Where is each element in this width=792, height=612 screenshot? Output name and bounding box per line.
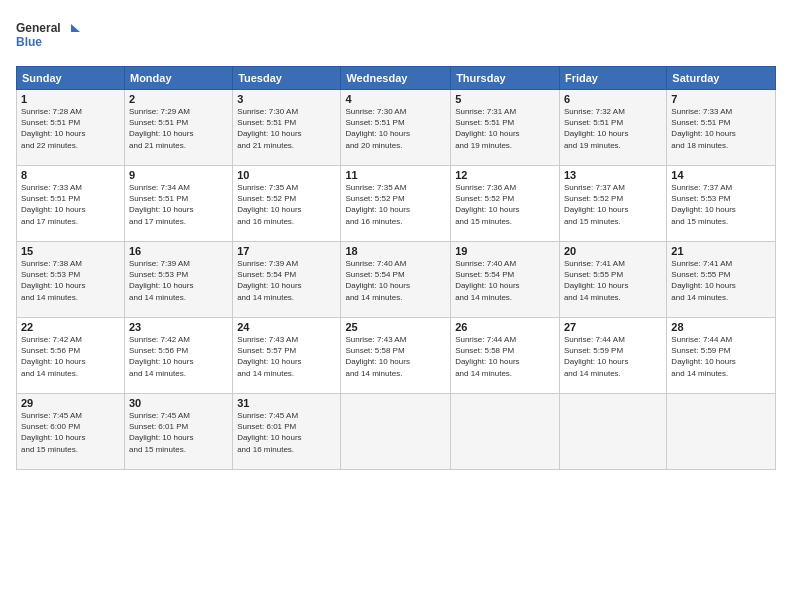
calendar-cell: [341, 394, 451, 470]
day-number: 13: [564, 169, 662, 181]
day-number: 8: [21, 169, 120, 181]
calendar-cell: 20Sunrise: 7:41 AM Sunset: 5:55 PM Dayli…: [559, 242, 666, 318]
day-number: 2: [129, 93, 228, 105]
day-number: 14: [671, 169, 771, 181]
calendar-cell: 18Sunrise: 7:40 AM Sunset: 5:54 PM Dayli…: [341, 242, 451, 318]
day-number: 9: [129, 169, 228, 181]
calendar-cell: 27Sunrise: 7:44 AM Sunset: 5:59 PM Dayli…: [559, 318, 666, 394]
calendar-cell: 30Sunrise: 7:45 AM Sunset: 6:01 PM Dayli…: [124, 394, 232, 470]
day-info: Sunrise: 7:45 AM Sunset: 6:01 PM Dayligh…: [129, 410, 228, 455]
day-info: Sunrise: 7:44 AM Sunset: 5:59 PM Dayligh…: [671, 334, 771, 379]
day-number: 4: [345, 93, 446, 105]
day-number: 1: [21, 93, 120, 105]
calendar-cell: 5Sunrise: 7:31 AM Sunset: 5:51 PM Daylig…: [451, 90, 560, 166]
day-number: 10: [237, 169, 336, 181]
svg-text:Blue: Blue: [16, 35, 42, 49]
calendar-cell: 7Sunrise: 7:33 AM Sunset: 5:51 PM Daylig…: [667, 90, 776, 166]
column-header-saturday: Saturday: [667, 67, 776, 90]
day-number: 30: [129, 397, 228, 409]
day-number: 6: [564, 93, 662, 105]
day-number: 7: [671, 93, 771, 105]
day-number: 24: [237, 321, 336, 333]
day-info: Sunrise: 7:28 AM Sunset: 5:51 PM Dayligh…: [21, 106, 120, 151]
day-number: 16: [129, 245, 228, 257]
logo-icon: General Blue: [16, 16, 86, 56]
day-info: Sunrise: 7:35 AM Sunset: 5:52 PM Dayligh…: [237, 182, 336, 227]
calendar-cell: 25Sunrise: 7:43 AM Sunset: 5:58 PM Dayli…: [341, 318, 451, 394]
day-info: Sunrise: 7:38 AM Sunset: 5:53 PM Dayligh…: [21, 258, 120, 303]
day-info: Sunrise: 7:37 AM Sunset: 5:53 PM Dayligh…: [671, 182, 771, 227]
day-info: Sunrise: 7:40 AM Sunset: 5:54 PM Dayligh…: [455, 258, 555, 303]
day-number: 15: [21, 245, 120, 257]
day-number: 17: [237, 245, 336, 257]
calendar-cell: 29Sunrise: 7:45 AM Sunset: 6:00 PM Dayli…: [17, 394, 125, 470]
logo: General Blue: [16, 16, 86, 56]
calendar-cell: 31Sunrise: 7:45 AM Sunset: 6:01 PM Dayli…: [233, 394, 341, 470]
day-info: Sunrise: 7:32 AM Sunset: 5:51 PM Dayligh…: [564, 106, 662, 151]
calendar-table: SundayMondayTuesdayWednesdayThursdayFrid…: [16, 66, 776, 470]
day-number: 25: [345, 321, 446, 333]
day-info: Sunrise: 7:40 AM Sunset: 5:54 PM Dayligh…: [345, 258, 446, 303]
column-header-monday: Monday: [124, 67, 232, 90]
day-info: Sunrise: 7:41 AM Sunset: 5:55 PM Dayligh…: [671, 258, 771, 303]
calendar-cell: 12Sunrise: 7:36 AM Sunset: 5:52 PM Dayli…: [451, 166, 560, 242]
day-number: 20: [564, 245, 662, 257]
column-header-friday: Friday: [559, 67, 666, 90]
day-number: 29: [21, 397, 120, 409]
day-number: 23: [129, 321, 228, 333]
day-number: 21: [671, 245, 771, 257]
day-number: 28: [671, 321, 771, 333]
calendar-cell: [451, 394, 560, 470]
calendar-cell: 3Sunrise: 7:30 AM Sunset: 5:51 PM Daylig…: [233, 90, 341, 166]
calendar-page: General Blue SundayMondayTuesdayWednesda…: [0, 0, 792, 612]
svg-marker-2: [71, 24, 80, 32]
calendar-cell: 9Sunrise: 7:34 AM Sunset: 5:51 PM Daylig…: [124, 166, 232, 242]
day-info: Sunrise: 7:33 AM Sunset: 5:51 PM Dayligh…: [671, 106, 771, 151]
day-info: Sunrise: 7:42 AM Sunset: 5:56 PM Dayligh…: [21, 334, 120, 379]
day-number: 11: [345, 169, 446, 181]
day-info: Sunrise: 7:39 AM Sunset: 5:53 PM Dayligh…: [129, 258, 228, 303]
day-info: Sunrise: 7:39 AM Sunset: 5:54 PM Dayligh…: [237, 258, 336, 303]
column-header-wednesday: Wednesday: [341, 67, 451, 90]
day-info: Sunrise: 7:43 AM Sunset: 5:58 PM Dayligh…: [345, 334, 446, 379]
calendar-cell: 23Sunrise: 7:42 AM Sunset: 5:56 PM Dayli…: [124, 318, 232, 394]
calendar-cell: 24Sunrise: 7:43 AM Sunset: 5:57 PM Dayli…: [233, 318, 341, 394]
day-info: Sunrise: 7:44 AM Sunset: 5:58 PM Dayligh…: [455, 334, 555, 379]
day-info: Sunrise: 7:30 AM Sunset: 5:51 PM Dayligh…: [237, 106, 336, 151]
day-info: Sunrise: 7:45 AM Sunset: 6:01 PM Dayligh…: [237, 410, 336, 455]
calendar-cell: 26Sunrise: 7:44 AM Sunset: 5:58 PM Dayli…: [451, 318, 560, 394]
day-info: Sunrise: 7:42 AM Sunset: 5:56 PM Dayligh…: [129, 334, 228, 379]
day-info: Sunrise: 7:36 AM Sunset: 5:52 PM Dayligh…: [455, 182, 555, 227]
calendar-cell: 2Sunrise: 7:29 AM Sunset: 5:51 PM Daylig…: [124, 90, 232, 166]
day-number: 26: [455, 321, 555, 333]
day-number: 3: [237, 93, 336, 105]
calendar-cell: 17Sunrise: 7:39 AM Sunset: 5:54 PM Dayli…: [233, 242, 341, 318]
calendar-cell: 4Sunrise: 7:30 AM Sunset: 5:51 PM Daylig…: [341, 90, 451, 166]
day-info: Sunrise: 7:37 AM Sunset: 5:52 PM Dayligh…: [564, 182, 662, 227]
day-info: Sunrise: 7:34 AM Sunset: 5:51 PM Dayligh…: [129, 182, 228, 227]
day-number: 5: [455, 93, 555, 105]
day-info: Sunrise: 7:31 AM Sunset: 5:51 PM Dayligh…: [455, 106, 555, 151]
day-info: Sunrise: 7:45 AM Sunset: 6:00 PM Dayligh…: [21, 410, 120, 455]
calendar-cell: 8Sunrise: 7:33 AM Sunset: 5:51 PM Daylig…: [17, 166, 125, 242]
calendar-cell: [559, 394, 666, 470]
day-number: 22: [21, 321, 120, 333]
day-info: Sunrise: 7:41 AM Sunset: 5:55 PM Dayligh…: [564, 258, 662, 303]
day-info: Sunrise: 7:29 AM Sunset: 5:51 PM Dayligh…: [129, 106, 228, 151]
day-info: Sunrise: 7:43 AM Sunset: 5:57 PM Dayligh…: [237, 334, 336, 379]
day-info: Sunrise: 7:33 AM Sunset: 5:51 PM Dayligh…: [21, 182, 120, 227]
calendar-cell: 1Sunrise: 7:28 AM Sunset: 5:51 PM Daylig…: [17, 90, 125, 166]
day-info: Sunrise: 7:44 AM Sunset: 5:59 PM Dayligh…: [564, 334, 662, 379]
calendar-cell: 11Sunrise: 7:35 AM Sunset: 5:52 PM Dayli…: [341, 166, 451, 242]
calendar-cell: 15Sunrise: 7:38 AM Sunset: 5:53 PM Dayli…: [17, 242, 125, 318]
day-number: 27: [564, 321, 662, 333]
calendar-cell: 6Sunrise: 7:32 AM Sunset: 5:51 PM Daylig…: [559, 90, 666, 166]
day-number: 12: [455, 169, 555, 181]
page-header: General Blue: [16, 16, 776, 56]
calendar-cell: 16Sunrise: 7:39 AM Sunset: 5:53 PM Dayli…: [124, 242, 232, 318]
svg-text:General: General: [16, 21, 61, 35]
calendar-cell: 21Sunrise: 7:41 AM Sunset: 5:55 PM Dayli…: [667, 242, 776, 318]
column-header-thursday: Thursday: [451, 67, 560, 90]
day-number: 31: [237, 397, 336, 409]
day-info: Sunrise: 7:30 AM Sunset: 5:51 PM Dayligh…: [345, 106, 446, 151]
